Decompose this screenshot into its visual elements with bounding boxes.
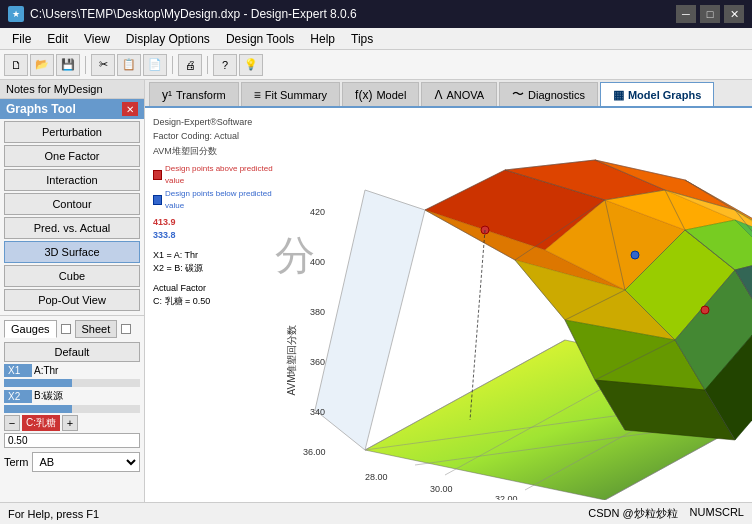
pred-vs-actual-button[interactable]: Pred. vs. Actual xyxy=(4,217,140,239)
app-icon: ★ xyxy=(8,6,24,22)
x1-info: X1 = A: Thr X2 = B: 碳源 xyxy=(153,249,277,276)
menu-tips[interactable]: Tips xyxy=(343,30,381,48)
factor-x1-name: A:Thr xyxy=(34,365,58,376)
window-controls[interactable]: ─ □ ✕ xyxy=(676,5,744,23)
default-button[interactable]: Default xyxy=(4,342,140,362)
sheet-indicator-2 xyxy=(121,324,131,334)
data-point-2 xyxy=(631,251,639,259)
factor-c-minus[interactable]: − xyxy=(4,415,20,431)
legend-below-label: Design points below predicted value xyxy=(165,188,277,212)
watermark-text: CSDN @炒粒炒粒 xyxy=(588,506,677,521)
factor-x2-track xyxy=(4,405,72,413)
toolbar-separator-3 xyxy=(207,56,208,74)
toolbar-print[interactable]: 🖨 xyxy=(178,54,202,76)
toolbar-cut[interactable]: ✂ xyxy=(91,54,115,76)
toolbar-save[interactable]: 💾 xyxy=(56,54,80,76)
model-icon: f(x) xyxy=(355,88,372,102)
minimize-button[interactable]: ─ xyxy=(676,5,696,23)
menu-help[interactable]: Help xyxy=(302,30,343,48)
toolbar-paste[interactable]: 📄 xyxy=(143,54,167,76)
main-layout: Notes for MyDesign Graphs Tool ✕ Perturb… xyxy=(0,80,752,502)
factor-c-row: − C:乳糖 + xyxy=(4,415,140,431)
x1-label-3000: 30.00 xyxy=(430,484,453,494)
status-bar: For Help, press F1 CSDN @炒粒炒粒 NUMSCRL xyxy=(0,502,752,524)
data-point-3 xyxy=(701,306,709,314)
gauges-tab[interactable]: Gauges xyxy=(4,320,57,338)
help-text: For Help, press F1 xyxy=(8,508,99,520)
term-select[interactable]: AB A B C AC BC xyxy=(32,452,140,472)
tab-fit-summary-label: Fit Summary xyxy=(265,89,327,101)
y-axis-label-420: 420 xyxy=(310,207,325,217)
x1-label-3400: 34.00 xyxy=(555,499,578,500)
menu-display-options[interactable]: Display Options xyxy=(118,30,218,48)
status-right: CSDN @炒粒炒粒 NUMSCRL xyxy=(588,506,744,521)
tab-anova[interactable]: Λ ANOVA xyxy=(421,82,497,106)
toolbar: 🗋 📂 💾 ✂ 📋 📄 🖨 ? 💡 xyxy=(0,50,752,80)
3d-surface-button[interactable]: 3D Surface xyxy=(4,241,140,263)
graphs-tool-close-button[interactable]: ✕ xyxy=(122,102,138,116)
term-row: Term AB A B C AC BC xyxy=(4,452,140,472)
notes-label: Notes for MyDesign xyxy=(6,83,103,95)
y-axis-label-380: 380 xyxy=(310,307,325,317)
toolbar-open[interactable]: 📂 xyxy=(30,54,54,76)
maximize-button[interactable]: □ xyxy=(700,5,720,23)
tab-transform[interactable]: y¹ Transform xyxy=(149,82,239,106)
toolbar-new[interactable]: 🗋 xyxy=(4,54,28,76)
title-bar: ★ C:\Users\TEMP\Desktop\MyDesign.dxp - D… xyxy=(0,0,752,28)
cube-button[interactable]: Cube xyxy=(4,265,140,287)
graphs-tool-header: Graphs Tool ✕ xyxy=(0,99,144,119)
left-wall xyxy=(315,190,425,450)
tab-bar: y¹ Transform ≡ Fit Summary f(x) Model Λ … xyxy=(145,80,752,108)
value2: 333.8 xyxy=(153,230,176,240)
actual-factor-info: Actual Factor C: 乳糖 = 0.50 xyxy=(153,282,277,309)
contour-button[interactable]: Contour xyxy=(4,193,140,215)
legend-above-icon xyxy=(153,170,162,180)
tab-diagnostics-label: Diagnostics xyxy=(528,89,585,101)
menu-edit[interactable]: Edit xyxy=(39,30,76,48)
toolbar-separator-2 xyxy=(172,56,173,74)
one-factor-button[interactable]: One Factor xyxy=(4,145,140,167)
factor-x1-track xyxy=(4,379,72,387)
sheet-tab[interactable]: Sheet xyxy=(75,320,118,338)
tab-diagnostics[interactable]: 〜 Diagnostics xyxy=(499,82,598,106)
3d-graph-container: 420 400 380 360 340 36.00 AVM堆塑回分数 28.00… xyxy=(285,108,752,502)
actual-factor-header: Actual Factor xyxy=(153,282,277,296)
y-axis-title: AVM堆塑回分数 xyxy=(286,325,297,396)
x2-label: X2 = B: 碳源 xyxy=(153,262,277,276)
tab-model-graphs[interactable]: ▦ Model Graphs xyxy=(600,82,714,106)
tab-transform-label: Transform xyxy=(176,89,226,101)
tab-model[interactable]: f(x) Model xyxy=(342,82,419,106)
sheet-indicator xyxy=(61,324,71,334)
notes-header: Notes for MyDesign xyxy=(0,80,144,99)
menu-design-tools[interactable]: Design Tools xyxy=(218,30,302,48)
factor-c-plus[interactable]: + xyxy=(62,415,78,431)
close-button[interactable]: ✕ xyxy=(724,5,744,23)
factor-x2-slider[interactable] xyxy=(4,405,140,413)
x1-label: X1 = A: Thr xyxy=(153,249,277,263)
perturbation-button[interactable]: Perturbation xyxy=(4,121,140,143)
toolbar-copy[interactable]: 📋 xyxy=(117,54,141,76)
watermark-char: 分 xyxy=(275,228,315,283)
right-panel: y¹ Transform ≡ Fit Summary f(x) Model Λ … xyxy=(145,80,752,502)
value1: 413.9 xyxy=(153,217,176,227)
pop-out-view-button[interactable]: Pop-Out View xyxy=(4,289,140,311)
factor-c-input[interactable] xyxy=(4,433,140,448)
tab-model-label: Model xyxy=(376,89,406,101)
toolbar-help[interactable]: ? xyxy=(213,54,237,76)
legend-below-icon xyxy=(153,195,162,205)
actual-factor-value: C: 乳糖 = 0.50 xyxy=(153,295,277,309)
interaction-button[interactable]: Interaction xyxy=(4,169,140,191)
toolbar-tips[interactable]: 💡 xyxy=(239,54,263,76)
factor-x2-name: B:碳源 xyxy=(34,389,63,403)
x1-label-2800: 28.00 xyxy=(365,472,388,482)
menu-file[interactable]: File xyxy=(4,30,39,48)
gauge-sheet-row: Gauges Sheet xyxy=(0,315,144,340)
menu-view[interactable]: View xyxy=(76,30,118,48)
tab-fit-summary[interactable]: ≡ Fit Summary xyxy=(241,82,340,106)
coding-label: Factor Coding: Actual xyxy=(153,130,277,144)
transform-icon: y¹ xyxy=(162,88,172,102)
y-axis-label-360: 360 xyxy=(310,357,325,367)
factor-c-label: C:乳糖 xyxy=(22,415,60,431)
toolbar-separator-1 xyxy=(85,56,86,74)
factor-x1-slider[interactable] xyxy=(4,379,140,387)
